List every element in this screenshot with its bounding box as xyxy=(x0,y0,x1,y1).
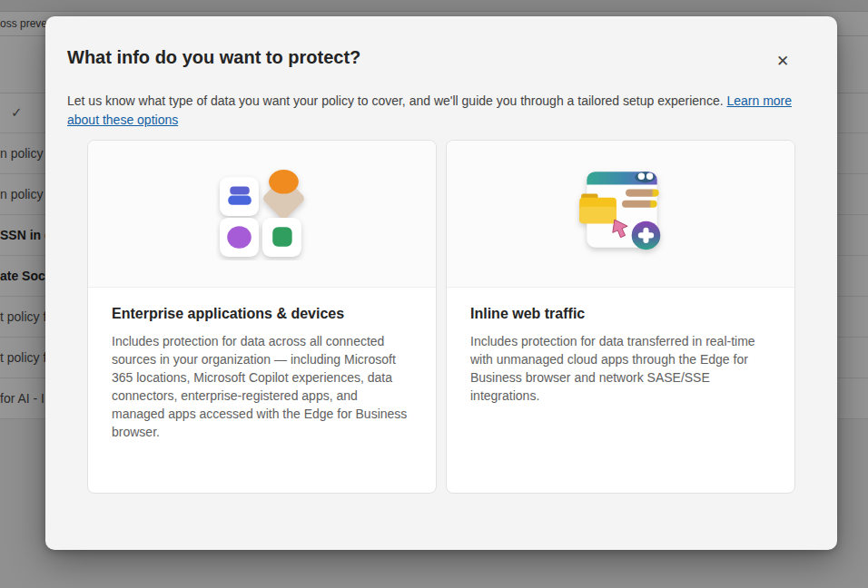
card-text: Enterprise applications & devices Includ… xyxy=(88,288,436,459)
protect-info-dialog: What info do you want to protect? ✕ Let … xyxy=(45,16,837,550)
card-enterprise-applications[interactable]: Enterprise applications & devices Includ… xyxy=(87,140,437,494)
dialog-title: What info do you want to protect? xyxy=(67,47,360,68)
card-description: Includes protection for data across all … xyxy=(112,332,412,441)
option-cards: Enterprise applications & devices Includ… xyxy=(87,140,795,494)
screen: oss preven y 1 of ✓ n policy n policy SS… xyxy=(0,0,868,588)
card-inline-web-traffic[interactable]: Inline web traffic Includes protection f… xyxy=(446,140,795,494)
close-icon[interactable]: ✕ xyxy=(771,50,794,74)
dialog-description: Let us know what type of data you want y… xyxy=(67,92,794,130)
card-title: Enterprise applications & devices xyxy=(112,306,412,322)
browser-window-icon xyxy=(570,168,672,260)
card-description: Includes protection for data transferred… xyxy=(470,332,771,405)
enterprise-apps-illustration xyxy=(88,141,436,288)
card-title: Inline web traffic xyxy=(470,306,771,322)
description-text: Let us know what type of data you want y… xyxy=(67,93,726,108)
web-traffic-illustration xyxy=(447,141,794,288)
card-text: Inline web traffic Includes protection f… xyxy=(447,288,794,423)
apps-grid-icon xyxy=(216,168,309,260)
